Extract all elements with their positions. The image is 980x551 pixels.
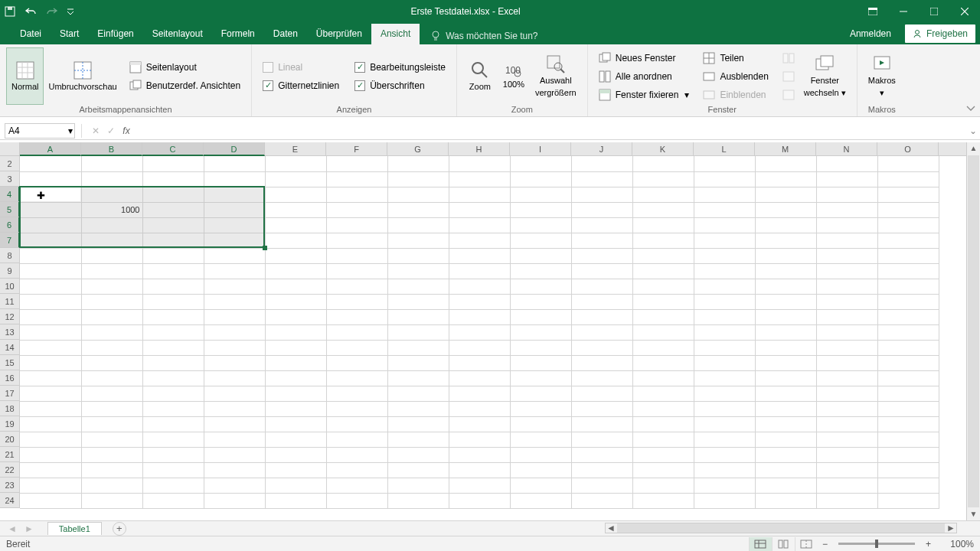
row-header-21[interactable]: 21	[0, 447, 19, 462]
cell-N11[interactable]	[816, 294, 877, 309]
cell-B16[interactable]	[81, 370, 142, 386]
cell-F20[interactable]	[326, 432, 387, 447]
cell-F5[interactable]	[326, 202, 387, 217]
cell-D9[interactable]	[204, 263, 265, 279]
cells-area[interactable]: 1000	[20, 156, 966, 520]
cell-F8[interactable]	[326, 248, 387, 263]
cell-G18[interactable]	[387, 401, 449, 416]
cell-K21[interactable]	[632, 447, 694, 462]
cell-O5[interactable]	[877, 202, 939, 217]
cell-F14[interactable]	[326, 340, 387, 355]
row-header-24[interactable]: 24	[0, 493, 19, 508]
cell-A9[interactable]	[20, 263, 81, 279]
cell-D16[interactable]	[204, 370, 265, 386]
cell-D10[interactable]	[204, 279, 265, 294]
cell-C21[interactable]	[142, 447, 204, 462]
cell-K13[interactable]	[632, 324, 694, 340]
cell-G8[interactable]	[387, 248, 449, 263]
cell-K8[interactable]	[632, 248, 694, 263]
cell-B20[interactable]	[81, 432, 142, 447]
cell-E21[interactable]	[265, 447, 326, 462]
cell-L2[interactable]	[694, 156, 755, 171]
col-header-B[interactable]: B	[81, 142, 142, 156]
horizontal-scrollbar[interactable]: ◄ ►	[605, 523, 957, 533]
maximize-button[interactable]	[919, 0, 949, 23]
select-all-corner[interactable]	[0, 142, 20, 156]
cell-M21[interactable]	[755, 447, 816, 462]
collapse-ribbon-icon[interactable]	[966, 103, 975, 114]
col-header-M[interactable]: M	[755, 142, 816, 155]
cell-A21[interactable]	[20, 447, 81, 462]
cell-E7[interactable]	[265, 233, 326, 248]
cell-E6[interactable]	[265, 217, 326, 233]
cell-F23[interactable]	[326, 478, 387, 493]
cell-L6[interactable]	[694, 217, 755, 233]
split-button[interactable]: Teilen	[698, 50, 773, 67]
cell-M19[interactable]	[755, 416, 816, 432]
cell-N17[interactable]	[816, 386, 877, 401]
cell-D20[interactable]	[204, 432, 265, 447]
cell-G19[interactable]	[387, 416, 449, 432]
cell-D6[interactable]	[204, 217, 265, 233]
cell-M3[interactable]	[755, 171, 816, 187]
cell-E5[interactable]	[265, 202, 326, 217]
cell-C19[interactable]	[142, 416, 204, 432]
cell-G4[interactable]	[387, 187, 449, 202]
cell-N16[interactable]	[816, 370, 877, 386]
col-header-G[interactable]: G	[387, 142, 449, 155]
cell-I24[interactable]	[510, 493, 571, 508]
row-header-18[interactable]: 18	[0, 401, 19, 416]
cell-J15[interactable]	[571, 355, 632, 370]
cell-O10[interactable]	[877, 279, 939, 294]
col-header-A[interactable]: A	[20, 142, 81, 156]
tab-seitenlayout[interactable]: Seitenlayout	[143, 24, 212, 44]
cell-J17[interactable]	[571, 386, 632, 401]
cell-N15[interactable]	[816, 355, 877, 370]
cell-N22[interactable]	[816, 462, 877, 478]
cell-G22[interactable]	[387, 462, 449, 478]
cell-D18[interactable]	[204, 401, 265, 416]
cell-C22[interactable]	[142, 462, 204, 478]
cell-K24[interactable]	[632, 493, 694, 508]
cell-C13[interactable]	[142, 324, 204, 340]
cell-J9[interactable]	[571, 263, 632, 279]
cell-H19[interactable]	[449, 416, 510, 432]
row-header-15[interactable]: 15	[0, 355, 19, 370]
cell-F16[interactable]	[326, 370, 387, 386]
cell-J11[interactable]	[571, 294, 632, 309]
cell-H7[interactable]	[449, 233, 510, 248]
cell-I20[interactable]	[510, 432, 571, 447]
cell-J16[interactable]	[571, 370, 632, 386]
cell-L24[interactable]	[694, 493, 755, 508]
scroll-up-icon[interactable]: ▲	[967, 142, 980, 155]
cell-N23[interactable]	[816, 478, 877, 493]
view-pagebreak-status-icon[interactable]	[795, 537, 818, 551]
cell-B11[interactable]	[81, 294, 142, 309]
custom-views-button[interactable]: Benutzerdef. Ansichten	[125, 77, 245, 94]
cell-J18[interactable]	[571, 401, 632, 416]
name-box-dropdown-icon[interactable]: ▾	[68, 126, 73, 136]
cell-M23[interactable]	[755, 478, 816, 493]
cell-H23[interactable]	[449, 478, 510, 493]
cell-F4[interactable]	[326, 187, 387, 202]
cell-F9[interactable]	[326, 263, 387, 279]
cell-H24[interactable]	[449, 493, 510, 508]
tab-formeln[interactable]: Formeln	[212, 24, 264, 44]
arrange-all-button[interactable]: Alle anordnen	[594, 68, 694, 85]
cell-D8[interactable]	[204, 248, 265, 263]
cell-C6[interactable]	[142, 217, 204, 233]
cell-K15[interactable]	[632, 355, 694, 370]
cell-C2[interactable]	[142, 156, 204, 171]
cell-M12[interactable]	[755, 309, 816, 324]
cell-I6[interactable]	[510, 217, 571, 233]
cell-L13[interactable]	[694, 324, 755, 340]
tab-daten[interactable]: Daten	[264, 24, 307, 44]
row-header-17[interactable]: 17	[0, 386, 19, 401]
view-normal-status-icon[interactable]	[749, 537, 772, 551]
cell-B7[interactable]	[81, 233, 142, 248]
cell-B21[interactable]	[81, 447, 142, 462]
cell-H4[interactable]	[449, 187, 510, 202]
cell-D19[interactable]	[204, 416, 265, 432]
cell-H3[interactable]	[449, 171, 510, 187]
cell-N19[interactable]	[816, 416, 877, 432]
